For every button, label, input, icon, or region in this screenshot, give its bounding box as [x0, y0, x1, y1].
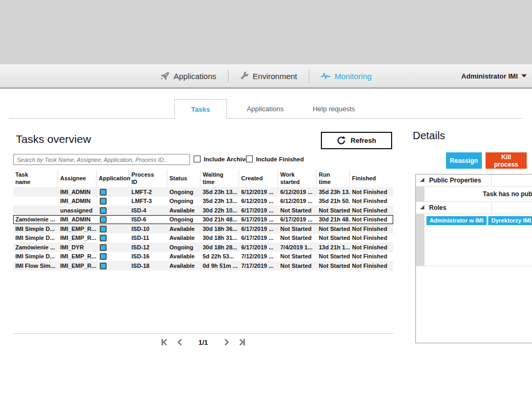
section-label: Roles: [429, 204, 446, 211]
column-header[interactable]: Assignee: [58, 170, 97, 187]
column-header[interactable]: Application: [97, 170, 129, 187]
tab-applications[interactable]: Applications: [230, 99, 301, 118]
pagination: 1/1: [13, 334, 393, 350]
nav-divider: [309, 70, 309, 82]
table-cell: Available: [167, 226, 201, 232]
user-menu[interactable]: Administrator IMI: [461, 64, 527, 88]
last-page-icon[interactable]: [238, 337, 247, 347]
column-header[interactable]: Run time: [317, 170, 350, 187]
application-cell: [97, 234, 129, 241]
column-header[interactable]: Status: [167, 170, 201, 187]
table-cell: 30d 21h 48...: [317, 216, 350, 222]
section-divider: [491, 202, 492, 214]
nav-item-environment[interactable]: Environment: [237, 72, 300, 81]
nav-item-monitoring[interactable]: Monitoring: [318, 72, 375, 81]
reassign-button[interactable]: Reassign: [446, 152, 482, 169]
checkbox-icon[interactable]: [194, 156, 201, 162]
table-cell: Not Finished: [350, 189, 393, 195]
table-row[interactable]: IMI_ADMINLMFT-3Ongoing35d 23h 13...6/12/…: [13, 197, 393, 206]
table-row[interactable]: Zamówienie ...IMI_DYRISD-12Ongoing30d 18…: [13, 243, 393, 252]
table-cell: Not Started: [317, 226, 350, 232]
table-cell: 6/17/2019 ...: [239, 207, 278, 214]
table-cell: Ongoing: [167, 189, 201, 195]
kill-process-button[interactable]: Kill process: [486, 152, 527, 169]
table-cell: 30d 22h 10...: [201, 207, 239, 214]
table-row[interactable]: IMI Simple D...IMI_EMP_R...ISD-10Availab…: [13, 224, 393, 234]
public-properties-row: Task has no public: [416, 187, 532, 202]
column-header[interactable]: Process ID: [129, 170, 167, 187]
table-row[interactable]: IMI_ADMINLMFT-2Ongoing35d 23h 13...6/12/…: [13, 187, 393, 197]
column-header[interactable]: Task name: [13, 170, 58, 187]
expander-triangle-icon[interactable]: [420, 178, 424, 182]
checkbox-label: Include Archive: [204, 156, 249, 162]
page-indicator: 1/1: [198, 338, 208, 346]
refresh-button[interactable]: Refresh: [321, 132, 392, 149]
table-cell: Not Finished: [350, 235, 393, 241]
table-cell: Not Started: [278, 226, 317, 232]
row-gutter: [416, 187, 424, 201]
first-page-icon[interactable]: [159, 337, 169, 347]
table-row[interactable]: Zamówienie ...IMI_ADMINISD-6Ongoing30d 2…: [13, 215, 393, 225]
column-header[interactable]: Waiting time: [201, 170, 239, 187]
table-row[interactable]: IMI Flow Sim...IMI_EMP_R...ISD-18Availab…: [13, 261, 393, 270]
checkbox-icon[interactable]: [246, 156, 253, 162]
table-body: IMI_ADMINLMFT-2Ongoing35d 23h 13...6/12/…: [13, 187, 393, 270]
public-properties-section-header[interactable]: Public Properties: [416, 175, 532, 187]
table-row[interactable]: unassignedISD-4Available30d 22h 10...6/1…: [13, 206, 393, 215]
application-cell: [97, 253, 129, 260]
table-cell: 30d 18h 31...: [201, 235, 239, 241]
role-tag[interactable]: Administrator w IMI: [426, 216, 487, 225]
next-page-icon[interactable]: [223, 337, 231, 347]
table-cell: IMI_EMP_R...: [58, 235, 97, 241]
table-cell: 35d 23h 13...: [201, 198, 239, 204]
table-cell: Not Started: [317, 263, 350, 269]
table-cell: ISD-10: [129, 226, 167, 232]
table-cell: 6/17/2019 ...: [239, 235, 278, 241]
include-finished-checkbox[interactable]: Include Finished: [246, 156, 304, 162]
application-icon: [100, 198, 107, 205]
table-row[interactable]: IMI Simple D...IMI_EMP_R...ISD-11Availab…: [13, 234, 393, 243]
tab-help-requests[interactable]: Help requests: [303, 99, 364, 118]
table-cell: 6/12/2019 ...: [239, 198, 278, 204]
tab-bar: Tasks Applications Help requests: [0, 99, 532, 119]
pulse-icon: [321, 72, 330, 80]
role-tag[interactable]: Dyrektorzy IMI: [488, 216, 532, 225]
include-archive-checkbox[interactable]: Include Archive: [194, 156, 249, 162]
table-cell: Not Finished: [350, 253, 393, 259]
table-cell: 6/17/2019 ...: [239, 216, 278, 222]
application-icon: [100, 253, 107, 260]
nav-item-label: Monitoring: [335, 72, 372, 81]
table-cell: 0d 9h 51m ...: [201, 263, 239, 269]
checkbox-label: Include Finished: [256, 156, 304, 162]
application-icon: [100, 189, 107, 196]
column-header[interactable]: Finished: [350, 170, 393, 187]
expander-triangle-icon[interactable]: [420, 205, 424, 209]
application-icon: [100, 244, 107, 251]
nav-item-applications[interactable]: Applications: [157, 72, 220, 81]
table-cell: 6/17/2019 ...: [239, 226, 278, 232]
table-row[interactable]: IMI Simple D...IMI_EMP_R...ISD-16Availab…: [13, 252, 393, 262]
table-cell: Not Started: [278, 207, 317, 214]
row-gutter: [416, 214, 424, 266]
search-input[interactable]: [13, 154, 190, 165]
column-header[interactable]: Created: [239, 170, 278, 187]
tab-bottom-line: [10, 118, 522, 119]
table-cell: ISD-18: [129, 263, 167, 269]
details-panel: Public Properties Task has no public Rol…: [415, 174, 532, 343]
table-cell: Not Started: [278, 253, 317, 259]
column-header[interactable]: Work started: [278, 170, 317, 187]
table-cell: 6/12/2019 ...: [239, 189, 278, 195]
table-cell: ISD-12: [129, 244, 167, 250]
table-cell: 6/17/2019 ...: [278, 216, 317, 222]
tab-tasks[interactable]: Tasks: [174, 99, 227, 119]
table-cell: Not Started: [278, 263, 317, 269]
application-cell: [97, 244, 129, 251]
table-cell: ISD-6: [129, 216, 167, 222]
public-properties-value: Task has no public: [424, 190, 532, 198]
wrench-icon: [240, 72, 249, 80]
previous-page-icon[interactable]: [176, 337, 183, 347]
table-cell: 6/12/2019 ...: [278, 198, 317, 204]
roles-section-header[interactable]: Roles: [416, 202, 532, 214]
table-cell: 35d 21h 50...: [317, 198, 350, 204]
tasks-table: Task nameAssigneeApplicationProcess IDSt…: [13, 170, 393, 270]
